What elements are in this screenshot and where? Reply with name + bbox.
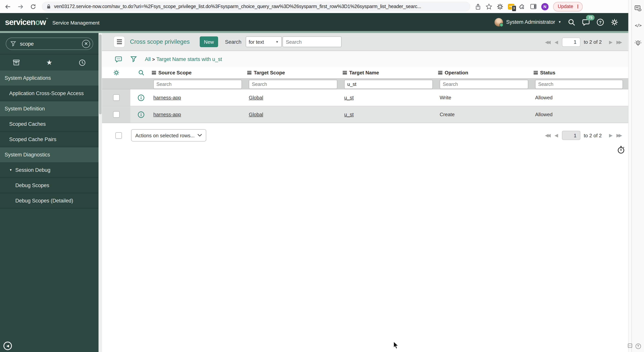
row-info-icon[interactable] (130, 89, 152, 106)
cell-target-name-link[interactable]: u_st (344, 95, 354, 100)
main-scrollbar[interactable] (628, 0, 631, 352)
collapse-sidebar-button[interactable]: ◀ (4, 342, 12, 350)
sidebar-item-debug-scopes[interactable]: Debug Scopes (0, 178, 98, 193)
list-personalize-gear-icon[interactable] (102, 67, 130, 78)
filter-input-target-name[interactable] (344, 80, 433, 89)
user-menu[interactable]: System Administrator (506, 19, 555, 25)
column-header-source-scope[interactable]: Source Scope (152, 70, 192, 76)
filter-input-operation[interactable] (440, 80, 528, 89)
sidebar-item-scoped-caches[interactable]: Scoped Caches (0, 116, 98, 132)
column-search-toggle-icon[interactable] (130, 67, 152, 78)
share-icon[interactable] (475, 3, 481, 10)
expanded-caret-icon[interactable]: ▼ (9, 168, 12, 172)
side-panel-icon[interactable] (530, 4, 537, 10)
settings-gear-icon[interactable] (611, 18, 618, 26)
cell-source-scope-link[interactable]: harness-app (153, 95, 181, 100)
extensions-puzzle-icon[interactable] (519, 3, 526, 10)
browser-forward-icon[interactable] (15, 2, 25, 12)
browser-update-button[interactable]: Update ⋮ (553, 2, 583, 11)
user-avatar[interactable] (494, 18, 503, 26)
cell-operation: Write (440, 95, 451, 100)
last-page-icon[interactable]: ▶▶ (616, 40, 621, 44)
page-number-input[interactable] (562, 131, 580, 140)
cell-target-scope-link[interactable]: Global (249, 95, 263, 100)
filter-icon[interactable] (130, 56, 137, 62)
bookmark-star-icon[interactable] (486, 3, 492, 10)
sidebar-item-scoped-cache-pairs[interactable]: Scoped Cache Pairs (0, 132, 98, 147)
insights-lightbulb-icon[interactable] (632, 40, 644, 48)
prev-page-icon[interactable]: ◀ (554, 133, 558, 138)
conversations-icon[interactable]: 75 (582, 18, 590, 26)
browser-profile-avatar[interactable]: N (541, 3, 548, 10)
tab-favorites[interactable]: ★ (33, 54, 66, 70)
prev-page-icon[interactable]: ◀ (554, 40, 558, 44)
response-time-stopwatch-icon[interactable] (617, 145, 625, 154)
product-name: Service Management (52, 20, 100, 26)
page-number-input[interactable] (562, 38, 580, 46)
column-header-operation[interactable]: Operation (438, 70, 468, 76)
tab-all-applications[interactable] (0, 54, 33, 70)
cell-target-name-link[interactable]: u_st (344, 112, 354, 117)
sidebar-item-application-cross-scope-access[interactable]: Application Cross-Scope Access (0, 86, 98, 101)
list-search-input[interactable] (282, 36, 341, 47)
clear-filter-icon[interactable]: ✕ (82, 40, 90, 48)
form-view-icon[interactable] (632, 5, 644, 12)
cell-target-scope-link[interactable]: Global (249, 112, 263, 117)
star-icon: ★ (46, 59, 52, 66)
clock-icon (78, 59, 86, 66)
last-page-icon[interactable]: ▶▶ (616, 133, 621, 138)
column-menu-icon (152, 71, 156, 74)
new-button[interactable]: New (200, 36, 218, 47)
select-all-checkbox[interactable] (116, 132, 122, 138)
column-header-status[interactable]: Status (534, 70, 555, 76)
row-info-icon[interactable] (130, 106, 152, 123)
column-header-target-scope[interactable]: Target Scope (247, 70, 285, 76)
sidebar-scrollbar[interactable] (98, 33, 102, 352)
row-checkbox[interactable] (113, 94, 120, 101)
column-menu-icon (438, 71, 442, 74)
breadcrumb-filter-link[interactable]: Target Name starts with u_st (156, 56, 222, 62)
notification-badge: 75 (586, 15, 594, 20)
user-menu-caret-icon[interactable]: ▼ (558, 20, 561, 24)
sidebar-item-system-applications[interactable]: System Applications (0, 70, 98, 86)
tab-history[interactable] (66, 54, 98, 70)
cell-source-scope-link[interactable]: harness-app (153, 112, 181, 117)
svg-text:?: ? (599, 20, 602, 24)
sidebar-item-system-diagnostics[interactable]: System Diagnostics (0, 147, 98, 162)
first-page-icon[interactable]: ◀◀ (545, 133, 549, 138)
search-type-select[interactable]: for text▼ (246, 36, 282, 47)
browser-menu-kebab-icon[interactable]: ⋮ (576, 4, 580, 9)
navigator-filter[interactable]: ✕ (6, 38, 93, 50)
code-panel-icon[interactable]: </> (632, 23, 644, 28)
next-page-icon[interactable]: ▶ (609, 133, 612, 138)
filter-input-status[interactable] (535, 80, 623, 89)
sidebar-item-debug-scopes-detailed[interactable]: Debug Scopes (Detailed) (0, 193, 98, 208)
right-icon-strip: </> – ? (631, 0, 644, 352)
help-question-icon[interactable]: ? (632, 344, 644, 349)
breadcrumb-all-link[interactable]: All (145, 56, 151, 62)
extension-chat-icon[interactable]: ••• 3 (508, 4, 514, 10)
browser-back-icon[interactable] (3, 2, 13, 12)
extension-spinner-icon[interactable] (497, 3, 503, 10)
browser-reload-icon[interactable] (28, 2, 38, 12)
column-header-row: Source Scope Target Scope Target Name Op… (102, 67, 628, 78)
navigator-filter-input[interactable] (19, 40, 78, 47)
actions-dropdown[interactable]: Actions on selected rows... (131, 129, 206, 142)
screen: ven03172.service-now.com/nav_to.do?uri=%… (0, 0, 644, 352)
filter-input-target-scope[interactable] (249, 80, 337, 89)
next-page-icon[interactable]: ▶ (609, 40, 612, 44)
list-title[interactable]: Cross scope privileges (130, 38, 190, 45)
first-page-icon[interactable]: ◀◀ (545, 40, 549, 44)
column-header-target-name[interactable]: Target Name (343, 70, 379, 76)
filter-input-source-scope[interactable] (153, 80, 242, 89)
global-search-icon[interactable] (568, 18, 576, 26)
list-toolbar: Cross scope privileges New Search for te… (102, 33, 628, 51)
row-checkbox[interactable] (113, 111, 120, 118)
address-bar[interactable]: ven03172.service-now.com/nav_to.do?uri=%… (42, 2, 470, 12)
list-context-menu-button[interactable] (114, 36, 125, 48)
sidebar-item-system-definition[interactable]: System Definition (0, 101, 98, 116)
help-icon[interactable]: ? (596, 18, 604, 26)
saved-filter-chat-icon[interactable] (114, 56, 122, 63)
servicenow-logo[interactable]: servicenow™ (5, 18, 48, 27)
sidebar-item-session-debug[interactable]: ▼Session Debug (0, 162, 98, 178)
